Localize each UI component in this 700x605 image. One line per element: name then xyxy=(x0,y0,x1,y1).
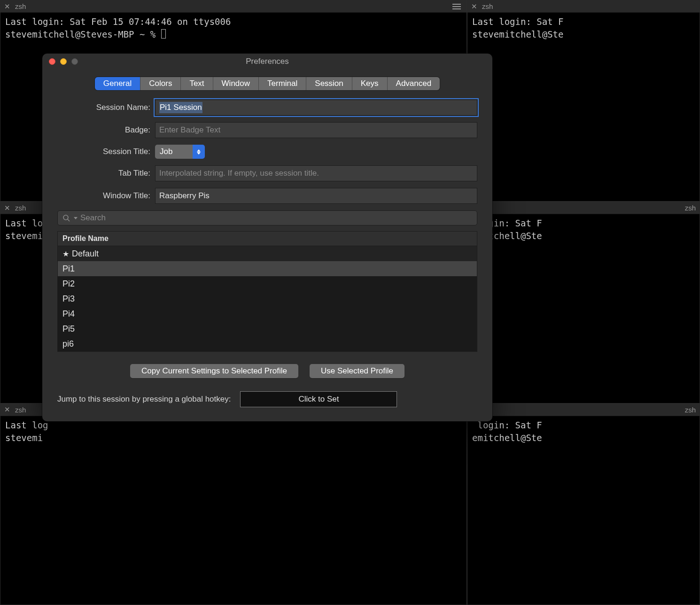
cursor-icon xyxy=(161,29,166,39)
profile-search-input[interactable]: Search xyxy=(57,210,477,225)
terminal-tab-title[interactable]: zsh xyxy=(482,2,493,10)
form-grid: Session Name: Pi1 Session Badge: Session… xyxy=(57,100,477,204)
terminal-tab-title[interactable]: zsh xyxy=(15,406,26,414)
terminal-pane[interactable]: zsh login: Sat F emitchell@Ste xyxy=(467,403,700,605)
session-title-select[interactable]: Job xyxy=(155,145,477,159)
badge-label: Badge: xyxy=(57,125,150,135)
terminal-tab-title[interactable]: zsh xyxy=(15,2,26,10)
terminal-tab-bar: zsh xyxy=(467,202,700,214)
chevron-down-icon xyxy=(73,213,78,223)
terminal-pane[interactable]: zsh login: Sat F emitchell@Ste xyxy=(467,202,700,403)
terminal-tab-title[interactable]: zsh xyxy=(685,406,696,414)
tab-text[interactable]: Text xyxy=(181,77,213,90)
profile-row-pi1[interactable]: Pi1 xyxy=(58,261,477,276)
tab-colors[interactable]: Colors xyxy=(140,77,181,90)
tab-terminal[interactable]: Terminal xyxy=(259,77,306,90)
terminal-tab-bar: zsh xyxy=(467,404,700,416)
hotkey-row: Jump to this session by pressing a globa… xyxy=(57,391,477,407)
use-profile-button[interactable]: Use Selected Profile xyxy=(310,364,404,378)
tab-general[interactable]: General xyxy=(95,77,140,90)
terminal-tab-bar: ✕ zsh xyxy=(0,0,467,13)
hotkey-label: Jump to this session by pressing a globa… xyxy=(57,395,231,404)
terminal-tab-title[interactable]: zsh xyxy=(685,204,696,212)
terminal-pane[interactable]: ✕ zsh Last login: Sat F stevemitchell@St… xyxy=(467,0,700,202)
session-title-value: Job xyxy=(155,145,193,159)
session-name-label: Session Name: xyxy=(57,103,150,112)
profile-row-pi2[interactable]: Pi2 xyxy=(58,276,477,291)
hotkey-set-button[interactable]: Click to Set xyxy=(240,391,397,407)
tabs-row: General Colors Text Window Terminal Sess… xyxy=(57,77,477,90)
profile-header[interactable]: Profile Name xyxy=(58,232,477,246)
profile-table: Profile Name ★ Default Pi1 Pi2 Pi3 Pi4 P… xyxy=(57,231,477,352)
tab-title-label: Tab Title: xyxy=(57,169,150,178)
copy-settings-button[interactable]: Copy Current Settings to Selected Profil… xyxy=(130,364,298,378)
tab-keys[interactable]: Keys xyxy=(352,77,388,90)
profile-row-pi5[interactable]: Pi5 xyxy=(58,321,477,336)
close-icon[interactable]: ✕ xyxy=(4,204,10,212)
profile-row-default[interactable]: ★ Default xyxy=(58,246,477,261)
close-icon[interactable]: ✕ xyxy=(4,2,10,11)
profile-button-row: Copy Current Settings to Selected Profil… xyxy=(57,364,477,378)
window-title-input[interactable] xyxy=(155,188,477,204)
preferences-window: Preferences General Colors Text Window T… xyxy=(42,54,492,421)
window-titlebar[interactable]: Preferences xyxy=(42,54,492,70)
svg-line-1 xyxy=(68,219,70,221)
star-icon: ★ xyxy=(62,249,69,258)
session-name-input[interactable]: Pi1 Session xyxy=(155,100,477,116)
tab-title-input[interactable] xyxy=(155,165,477,181)
terminal-body[interactable]: login: Sat F emitchell@Ste xyxy=(467,214,700,403)
tabs-segment: General Colors Text Window Terminal Sess… xyxy=(95,77,440,90)
terminal-body[interactable]: Last log stevemi xyxy=(0,416,467,605)
terminal-tab-title[interactable]: zsh xyxy=(15,204,26,212)
svg-point-0 xyxy=(63,215,68,220)
search-placeholder: Search xyxy=(80,213,106,223)
tab-window[interactable]: Window xyxy=(213,77,259,90)
chevron-updown-icon xyxy=(193,145,205,159)
window-title-label: Window Title: xyxy=(57,191,150,201)
terminal-tab-bar: ✕ zsh xyxy=(467,0,700,13)
terminal-body[interactable]: login: Sat F emitchell@Ste xyxy=(467,416,700,605)
terminal-body[interactable]: Last login: Sat F stevemitchell@Ste xyxy=(467,13,700,201)
window-title: Preferences xyxy=(42,57,492,66)
close-icon[interactable]: ✕ xyxy=(471,2,477,11)
search-icon xyxy=(62,214,70,222)
profile-row-pi3[interactable]: Pi3 xyxy=(58,291,477,306)
profile-row-pi6[interactable]: pi6 xyxy=(58,336,477,351)
tab-session[interactable]: Session xyxy=(306,77,352,90)
tab-advanced[interactable]: Advanced xyxy=(388,77,440,90)
session-title-label: Session Title: xyxy=(57,147,150,156)
close-icon[interactable]: ✕ xyxy=(4,405,10,414)
terminal-pane[interactable]: ✕ zsh Last log stevemi xyxy=(0,403,467,605)
profile-row-pi4[interactable]: Pi4 xyxy=(58,306,477,321)
hamburger-icon[interactable] xyxy=(451,2,463,11)
badge-input[interactable] xyxy=(155,122,477,138)
